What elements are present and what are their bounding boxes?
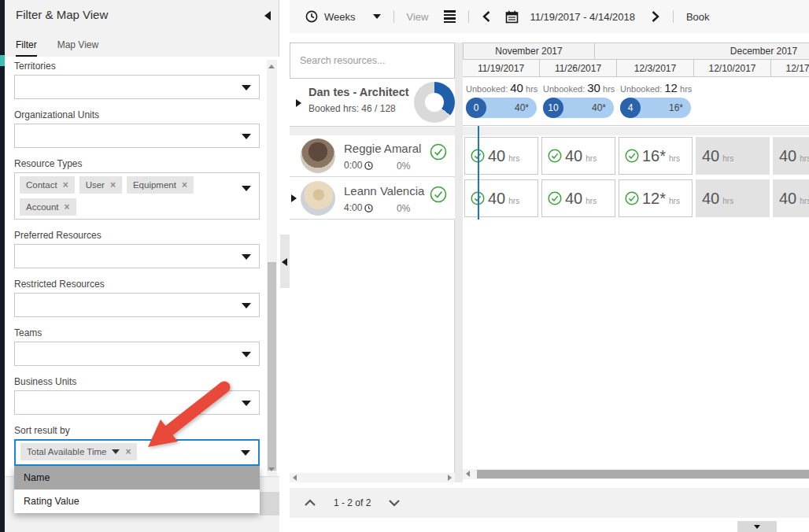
available-hours: 16* (669, 98, 683, 118)
list-view-icon[interactable] (444, 10, 456, 23)
chevron-down-icon (754, 525, 760, 529)
clock-icon (364, 204, 373, 212)
view-selector[interactable]: View (407, 10, 456, 23)
resource-group-row[interactable]: Dan tes - Architect Booked hrs: 46 / 128 (290, 79, 455, 127)
unbooked-cell[interactable]: Unbooked: 40 hrs 0 40* (463, 77, 540, 126)
week-header[interactable]: 11/26/2017 (540, 60, 617, 77)
unbooked-cell[interactable]: Unbooked: 30 hrs 10 40* (540, 77, 617, 126)
business-units-label: Business Units (14, 376, 260, 387)
sort-option-name[interactable]: Name (14, 466, 260, 490)
chevron-down-icon (242, 186, 251, 191)
resources-horizontal-scrollbar[interactable] (290, 473, 455, 482)
scroll-down-icon[interactable] (268, 467, 275, 471)
teams-label: Teams (14, 327, 260, 338)
tab-map-view[interactable]: Map View (57, 39, 98, 58)
scroll-right-icon[interactable] (448, 475, 452, 481)
book-button[interactable]: Book (686, 11, 710, 23)
scrollbar-thumb[interactable] (268, 262, 276, 471)
available-check-icon (548, 149, 562, 163)
availability-cell[interactable]: 40hrs (541, 179, 615, 217)
date-range-picker[interactable]: 11/19/2017 - 4/14/2018 (505, 10, 635, 24)
sort-result-by-dropdown[interactable]: Total Available Time× (14, 439, 260, 466)
availability-cell[interactable]: 40hrs (541, 137, 615, 175)
sort-option-rating-value[interactable]: Rating Value (14, 490, 260, 513)
group-name: Dan tes - Architect (308, 86, 409, 98)
toolbar-divider (468, 10, 469, 23)
booking-pill[interactable]: 0 40* (466, 98, 537, 118)
week-header[interactable]: 12/3/2017 (617, 60, 694, 77)
partially-hidden-button[interactable] (260, 492, 279, 515)
preferred-resources-label: Preferred Resources (14, 230, 260, 241)
expand-details-button[interactable] (737, 521, 777, 532)
availability-row: 40hrs 40hrs 12*hrs 40hrs 40hrs (463, 178, 809, 220)
scroll-left-icon[interactable] (466, 471, 470, 477)
collapse-panel-icon[interactable] (264, 11, 271, 20)
page-down-icon[interactable] (388, 498, 401, 508)
scrollbar-thumb[interactable] (477, 470, 809, 478)
search-box (290, 42, 455, 79)
scroll-left-icon[interactable] (293, 475, 297, 481)
available-hours: 40* (515, 98, 529, 118)
teams-dropdown[interactable] (14, 342, 260, 366)
availability-cell[interactable]: 40hrs (773, 137, 809, 175)
remove-tag-icon[interactable]: × (65, 201, 70, 212)
restricted-resources-dropdown[interactable] (14, 293, 260, 317)
availability-cell[interactable]: 40hrs (696, 137, 770, 175)
territories-dropdown[interactable] (14, 75, 260, 99)
availability-cell[interactable]: 40hrs (773, 179, 809, 217)
avatar (301, 139, 335, 173)
week-header[interactable]: 12/17/2017 (771, 60, 809, 77)
schedule-board: Weeks View 11/19/2017 - 4/14/2018 B (290, 0, 809, 532)
tab-filter[interactable]: Filter (16, 39, 37, 58)
week-header[interactable]: 12/10/2017 (694, 60, 771, 77)
remove-tag-icon[interactable]: × (182, 179, 187, 190)
avatar (301, 181, 335, 216)
availability-cell[interactable]: 12*hrs (619, 179, 693, 217)
preferred-resources-dropdown[interactable] (14, 244, 260, 268)
page-up-icon[interactable] (304, 498, 316, 508)
remove-tag-icon[interactable]: × (125, 446, 131, 457)
toolbar-divider (673, 10, 674, 23)
week-header[interactable]: 11/19/2017 (463, 60, 540, 77)
row-gap (463, 127, 809, 135)
resource-row-reggie[interactable]: Reggie Amaral 0:00 0% (290, 135, 455, 177)
resource-utilization-percent: 0% (397, 203, 410, 214)
organizational-units-dropdown[interactable] (14, 124, 260, 148)
search-resources-input[interactable] (290, 43, 454, 78)
unbooked-summary-row: Unbooked: 40 hrs 0 40* Unbooked: 30 hrs … (463, 77, 809, 126)
business-units-dropdown[interactable] (14, 390, 260, 415)
filter-panel-scrollbar[interactable] (267, 60, 277, 476)
sort-direction-icon[interactable] (112, 449, 120, 454)
previous-period-button[interactable] (482, 10, 491, 23)
zoom-level-dropdown[interactable]: Weeks (305, 10, 381, 23)
available-hours: 40* (592, 98, 606, 118)
availability-cell[interactable]: 40hrs (464, 137, 538, 175)
remove-tag-icon[interactable]: × (63, 179, 68, 190)
availability-cell[interactable]: 16*hrs (619, 137, 693, 175)
clock-icon (305, 10, 318, 23)
territories-label: Territories (14, 61, 260, 72)
resource-types-dropdown[interactable]: Contact× User× Equipment× Account× (14, 172, 260, 220)
chevron-left-icon (482, 10, 491, 23)
booking-pill[interactable]: 4 16* (620, 98, 691, 118)
grid-horizontal-scrollbar[interactable] (463, 469, 809, 479)
resource-row-leann[interactable]: Leann Valencia 4:00 0% (290, 178, 455, 220)
filter-panel-title: Filter & Map View (16, 8, 108, 21)
panel-gutter (455, 42, 463, 482)
current-date-indicator (478, 126, 479, 220)
panel-splitter[interactable] (280, 235, 290, 288)
next-period-button[interactable] (651, 10, 660, 23)
availability-cell[interactable]: 40hrs (464, 179, 538, 217)
tag-equipment: Equipment× (127, 176, 194, 194)
available-check-icon (430, 143, 447, 161)
expand-group-icon[interactable] (296, 99, 301, 107)
month-header-row: November 2017 December 2017 (463, 42, 809, 60)
unbooked-cell[interactable]: Unbooked: 12 hrs 4 16* (617, 77, 694, 126)
expand-resource-icon[interactable] (291, 194, 297, 202)
availability-cell[interactable]: 40hrs (696, 179, 770, 217)
scroll-up-icon[interactable] (268, 65, 275, 68)
remove-tag-icon[interactable]: × (110, 179, 116, 190)
booking-pill[interactable]: 10 40* (543, 98, 614, 118)
chevron-down-icon (241, 450, 250, 456)
resources-panel: Dan tes - Architect Booked hrs: 46 / 128… (290, 42, 455, 482)
